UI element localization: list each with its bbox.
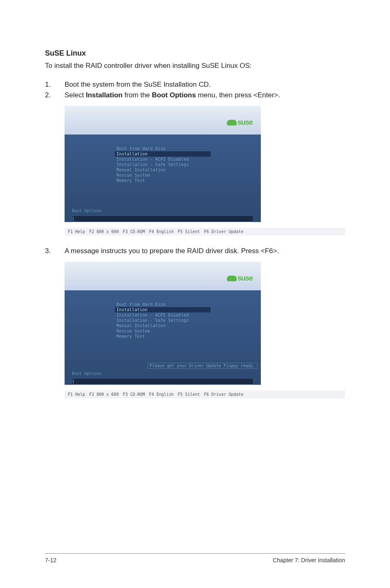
page-number: 7-12 [45,557,56,563]
suse-header: suse [65,106,261,135]
boot-options-label: Boot Options [65,370,261,378]
fkey-language[interactable]: F4 English [149,392,174,397]
fkey-bar: F1 Help F2 800 x 600 F3 CD-ROM F4 Englis… [65,228,345,236]
menu-item-safe[interactable]: Installation - Safe Settings [115,162,211,167]
step-text-bold: Installation [86,91,123,99]
step-text: A message instructs you to prepare the R… [65,247,345,255]
menu-item-manual[interactable]: Manual Installation [115,167,211,173]
menu-item-memtest[interactable]: Memory Test [115,178,211,183]
boot-options-input[interactable] [72,215,253,222]
chapter-title: Chapter 7: Driver installation [273,557,345,563]
step-3: 3. A message instructs you to prepare th… [45,247,345,255]
suse-boot-screen: suse Boot from Hard Disk Installation In… [65,262,261,385]
suse-logo: suse [227,118,253,127]
menu-item-manual[interactable]: Manual Installation [115,323,211,328]
fkey-help[interactable]: F1 Help [68,392,85,397]
fkey-silent[interactable]: F5 Silent [178,392,200,397]
menu-item-rescue[interactable]: Rescue System [115,328,211,334]
boot-options-input[interactable] [72,378,253,385]
step-1: 1. Boot the system from the SuSE Install… [45,81,345,89]
fkey-cdrom[interactable]: F3 CD-ROM [123,229,145,234]
fkey-bar: F1 Help F2 800 x 600 F3 CD-ROM F4 Englis… [65,391,345,398]
menu-item-boot-hdd[interactable]: Boot from Hard Disk [115,302,211,307]
fkey-resolution[interactable]: F2 800 x 600 [89,392,119,397]
step-text: Boot the system from the SuSE Installati… [65,81,345,89]
step-text: Select Installation from the Boot Option… [65,91,345,99]
suse-boot-screen: suse Boot from Hard Disk Installation In… [65,106,261,222]
step-number: 1. [45,81,65,89]
intro-text: To install the RAID controller driver wh… [45,62,345,70]
suse-logo: suse [227,274,253,283]
step-2: 2. Select Installation from the Boot Opt… [45,91,345,99]
fkey-cdrom[interactable]: F3 CD-ROM [123,392,145,397]
screenshot-1: suse Boot from Hard Disk Installation In… [65,106,345,236]
menu-item-installation[interactable]: Installation [115,307,211,312]
fkey-resolution[interactable]: F2 800 x 600 [89,229,119,234]
boot-menu: Boot from Hard Disk Installation Install… [112,299,214,363]
fkey-silent[interactable]: F5 Silent [178,229,200,234]
driver-update-prompt: Please get your Driver Update Floppy rea… [148,363,258,369]
fkey-driver-update[interactable]: F6 Driver Update [204,229,243,234]
step-text-part: from the [123,91,152,99]
fkey-language[interactable]: F4 English [149,229,174,234]
menu-item-acpi[interactable]: Installation - ACPI Disabled [115,312,211,318]
screenshot-2: suse Boot from Hard Disk Installation In… [65,262,345,398]
menu-item-acpi[interactable]: Installation - ACPI Disabled [115,157,211,162]
boot-options-label: Boot Options [65,207,261,215]
suse-header: suse [65,262,261,290]
menu-item-memtest[interactable]: Memory Test [115,334,211,339]
menu-item-installation[interactable]: Installation [115,151,211,157]
step-text-part: Select [65,91,86,99]
step-text-part: menu, then press <Enter>. [196,91,280,99]
menu-item-boot-hdd[interactable]: Boot from Hard Disk [115,146,211,151]
section-heading: SuSE Linux [45,49,345,58]
boot-menu: Boot from Hard Disk Installation Install… [112,144,214,207]
step-number: 3. [45,247,65,255]
page-footer: 7-12 Chapter 7: Driver installation [45,553,345,563]
fkey-help[interactable]: F1 Help [68,229,85,234]
step-number: 2. [45,91,65,99]
menu-item-rescue[interactable]: Rescue System [115,173,211,178]
fkey-driver-update[interactable]: F6 Driver Update [204,392,243,397]
menu-item-safe[interactable]: Installation - Safe Settings [115,318,211,323]
step-text-bold: Boot Options [152,91,196,99]
